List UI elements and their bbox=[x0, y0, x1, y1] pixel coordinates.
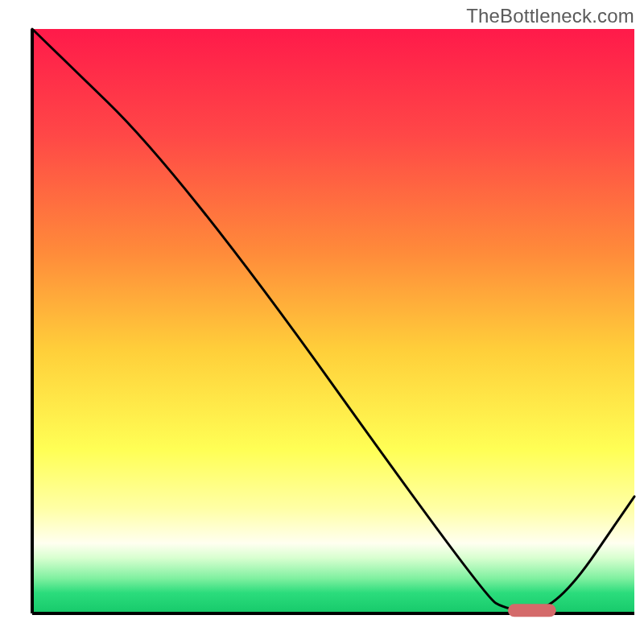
optimal-marker bbox=[508, 604, 556, 617]
chart-container: TheBottleneck.com bbox=[0, 0, 644, 644]
watermark-label: TheBottleneck.com bbox=[466, 5, 634, 27]
bottleneck-chart bbox=[0, 0, 644, 644]
